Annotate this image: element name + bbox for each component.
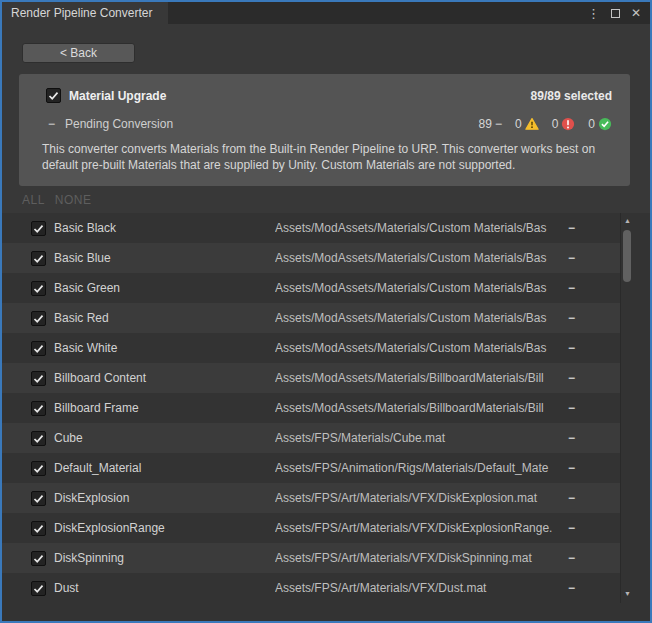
- converter-header-row: Material Upgrade 89/89 selected: [46, 87, 612, 104]
- row-checkbox[interactable]: [31, 521, 46, 536]
- converter-name: Material Upgrade: [69, 89, 166, 103]
- row-checkbox[interactable]: [31, 491, 46, 506]
- table-row[interactable]: Default_Material Assets/FPS/Animation/Ri…: [2, 453, 620, 483]
- material-path: Assets/ModAssets/Materials/Custom Materi…: [275, 341, 562, 355]
- material-name: Billboard Frame: [54, 401, 275, 415]
- pending-count-group: 89 −: [479, 117, 502, 131]
- material-path: Assets/ModAssets/Materials/Custom Materi…: [275, 281, 562, 295]
- material-path: Assets/ModAssets/Materials/Custom Materi…: [275, 221, 562, 235]
- selected-count: 89/89 selected: [531, 89, 612, 103]
- close-icon[interactable]: ✕: [631, 7, 641, 19]
- selection-controls: ALL NONE: [22, 193, 92, 207]
- material-path: Assets/FPS/Art/Materials/VFX/Dust.mat: [275, 581, 562, 595]
- table-row[interactable]: DiskExplosion Assets/FPS/Art/Materials/V…: [2, 483, 620, 513]
- table-row[interactable]: Basic Red Assets/ModAssets/Materials/Cus…: [2, 303, 620, 333]
- render-pipeline-converter-window: Render Pipeline Converter ⋮ ✕ < Back Mat…: [0, 0, 652, 623]
- table-row[interactable]: Billboard Frame Assets/ModAssets/Materia…: [2, 393, 620, 423]
- status-counts: 89 − 0 0: [479, 117, 612, 131]
- scroll-down-icon[interactable]: ▼: [621, 590, 634, 598]
- material-path: Assets/FPS/Art/Materials/VFX/DiskExplosi…: [275, 521, 562, 535]
- check-icon: [32, 282, 45, 295]
- materials-list: Basic Black Assets/ModAssets/Materials/C…: [2, 213, 620, 603]
- row-checkbox[interactable]: [31, 581, 46, 596]
- scroll-up-icon[interactable]: ▲: [621, 217, 634, 225]
- check-icon: [32, 552, 45, 565]
- row-checkbox[interactable]: [31, 311, 46, 326]
- material-path: Assets/FPS/Animation/Rigs/Materials/Defa…: [275, 461, 562, 475]
- material-name: Dust: [54, 581, 275, 595]
- pending-dash-icon: −: [48, 117, 55, 131]
- table-row[interactable]: Billboard Content Assets/ModAssets/Mater…: [2, 363, 620, 393]
- table-row[interactable]: Dust Assets/FPS/Art/Materials/VFX/Dust.m…: [2, 573, 620, 603]
- material-name: Billboard Content: [54, 371, 275, 385]
- row-checkbox[interactable]: [31, 551, 46, 566]
- check-icon: [47, 89, 60, 102]
- row-checkbox[interactable]: [31, 281, 46, 296]
- converter-panel: Material Upgrade 89/89 selected − Pendin…: [19, 74, 630, 186]
- material-name: Basic Green: [54, 281, 275, 295]
- table-row[interactable]: Basic Black Assets/ModAssets/Materials/C…: [2, 213, 620, 243]
- material-path: Assets/ModAssets/Materials/BillboardMate…: [275, 401, 562, 415]
- warning-count-group: 0: [515, 117, 539, 131]
- pending-conversion-row: − Pending Conversion 89 − 0 0: [48, 116, 612, 132]
- table-row[interactable]: DiskSpinning Assets/FPS/Art/Materials/VF…: [2, 543, 620, 573]
- scrollbar-thumb[interactable]: [623, 230, 631, 282]
- check-icon: [32, 372, 45, 385]
- row-pending-dash-icon: −: [568, 581, 575, 595]
- pending-count: 89: [479, 117, 492, 131]
- row-pending-dash-icon: −: [568, 461, 575, 475]
- row-pending-dash-icon: −: [568, 251, 575, 265]
- check-icon: [32, 342, 45, 355]
- materials-list-viewport: Basic Black Assets/ModAssets/Materials/C…: [2, 213, 650, 621]
- check-icon: [32, 222, 45, 235]
- check-icon: [32, 402, 45, 415]
- window-title: Render Pipeline Converter: [11, 6, 152, 20]
- row-checkbox[interactable]: [31, 401, 46, 416]
- material-path: Assets/FPS/Materials/Cube.mat: [275, 431, 562, 445]
- row-pending-dash-icon: −: [568, 521, 575, 535]
- row-checkbox[interactable]: [31, 221, 46, 236]
- table-row[interactable]: DiskExplosionRange Assets/FPS/Art/Materi…: [2, 513, 620, 543]
- back-button[interactable]: < Back: [22, 43, 135, 63]
- window-controls: ⋮ ✕: [587, 2, 650, 24]
- select-all-button[interactable]: ALL: [22, 193, 45, 207]
- converter-checkbox[interactable]: [46, 88, 61, 103]
- row-pending-dash-icon: −: [568, 401, 575, 415]
- row-checkbox[interactable]: [31, 431, 46, 446]
- row-checkbox[interactable]: [31, 341, 46, 356]
- material-path: Assets/ModAssets/Materials/Custom Materi…: [275, 311, 562, 325]
- row-checkbox[interactable]: [31, 251, 46, 266]
- row-pending-dash-icon: −: [568, 221, 575, 235]
- row-pending-dash-icon: −: [568, 281, 575, 295]
- converter-description: This converter converts Materials from t…: [42, 141, 622, 173]
- material-name: Basic Red: [54, 311, 275, 325]
- material-name: Default_Material: [54, 461, 275, 475]
- row-checkbox[interactable]: [31, 371, 46, 386]
- row-pending-dash-icon: −: [568, 311, 575, 325]
- material-path: Assets/FPS/Art/Materials/VFX/DiskSpinnin…: [275, 551, 562, 565]
- maximize-icon[interactable]: [611, 4, 620, 22]
- kebab-menu-icon[interactable]: ⋮: [587, 7, 600, 20]
- check-icon: [32, 462, 45, 475]
- table-row[interactable]: Basic Blue Assets/ModAssets/Materials/Cu…: [2, 243, 620, 273]
- tab-render-pipeline-converter[interactable]: Render Pipeline Converter: [2, 2, 168, 24]
- vertical-scrollbar[interactable]: ▲ ▼: [620, 213, 633, 603]
- row-checkbox[interactable]: [31, 461, 46, 476]
- warning-icon: [525, 117, 539, 131]
- material-path: Assets/ModAssets/Materials/BillboardMate…: [275, 371, 562, 385]
- table-row[interactable]: Basic Green Assets/ModAssets/Materials/C…: [2, 273, 620, 303]
- material-name: DiskExplosion: [54, 491, 275, 505]
- material-path: Assets/FPS/Art/Materials/VFX/DiskExplosi…: [275, 491, 562, 505]
- material-name: DiskExplosionRange: [54, 521, 275, 535]
- material-path: Assets/ModAssets/Materials/Custom Materi…: [275, 251, 562, 265]
- pending-conversion-label: Pending Conversion: [65, 117, 173, 131]
- select-none-button[interactable]: NONE: [55, 193, 92, 207]
- success-icon: [598, 117, 612, 131]
- error-count-group: 0: [552, 117, 576, 131]
- table-row[interactable]: Basic White Assets/ModAssets/Materials/C…: [2, 333, 620, 363]
- material-name: DiskSpinning: [54, 551, 275, 565]
- row-pending-dash-icon: −: [568, 551, 575, 565]
- material-name: Basic White: [54, 341, 275, 355]
- error-count: 0: [552, 117, 559, 131]
- table-row[interactable]: Cube Assets/FPS/Materials/Cube.mat −: [2, 423, 620, 453]
